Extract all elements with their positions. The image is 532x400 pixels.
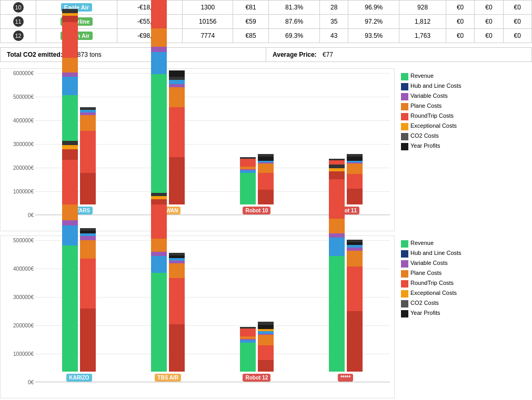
bar-segment bbox=[80, 259, 96, 309]
main-container: 10 Eagle Air -€18,308 1300 €81 81.3% 28 … bbox=[0, 0, 532, 398]
co2-label: Total CO2 emitted: bbox=[7, 51, 63, 58]
bar-segment bbox=[151, 0, 167, 28]
chart2-section: 500000€400000€300000€200000€100000€0€KAR… bbox=[0, 235, 532, 398]
legend-item: Revenue bbox=[401, 240, 526, 248]
bar-segment bbox=[151, 204, 167, 239]
bar-group: Robot 12 bbox=[240, 322, 274, 382]
y-axis-label: 0€ bbox=[28, 212, 34, 218]
legend-label: CO2 Costs bbox=[410, 132, 439, 139]
bar-segment bbox=[329, 238, 345, 256]
bar-segment bbox=[329, 256, 345, 372]
chart2-area: 500000€400000€300000€200000€100000€0€KAR… bbox=[0, 235, 395, 398]
bar-group: TAIWAN bbox=[151, 0, 185, 214]
legend-item: Revenue bbox=[401, 73, 526, 80]
bar-segment bbox=[62, 225, 78, 245]
bar-segment bbox=[329, 219, 345, 233]
avg-cell: Average Price: €77 bbox=[266, 48, 531, 61]
bar-segment bbox=[62, 204, 78, 220]
bar-segment bbox=[151, 199, 167, 204]
y-axis-label: 200000€ bbox=[13, 323, 34, 329]
legend-label: Exceptional Costs bbox=[410, 122, 457, 129]
legend-label: Hub and Line Costs bbox=[410, 83, 461, 89]
stacked-bar-costs bbox=[258, 154, 274, 204]
legend-color-box bbox=[401, 240, 408, 248]
legend-item: RoundTrip Costs bbox=[401, 280, 526, 288]
legend-item: Variable Costs bbox=[401, 260, 526, 268]
stacked-bar-revenue bbox=[62, 141, 78, 372]
row-number: 10 bbox=[1, 1, 36, 15]
stacked-bar-revenue bbox=[240, 157, 256, 204]
bar-segment bbox=[169, 87, 185, 107]
legend-item: RoundTrip Costs bbox=[401, 112, 526, 120]
legend-item: Year Profits bbox=[401, 142, 526, 150]
bars-row bbox=[329, 165, 363, 372]
bar-segment bbox=[80, 115, 96, 131]
legend-label: Revenue bbox=[410, 240, 434, 246]
bar-group: KARIZO bbox=[62, 141, 96, 382]
bar-segment bbox=[62, 145, 78, 149]
y-axis-label: 600000€ bbox=[13, 70, 34, 76]
legend-item: Year Profits bbox=[401, 310, 526, 317]
bar-segment bbox=[62, 141, 78, 145]
legend-color-box bbox=[401, 250, 408, 258]
legend-label: Variable Costs bbox=[410, 260, 448, 266]
bar-segment bbox=[240, 173, 256, 204]
bar-segment bbox=[151, 239, 167, 252]
bars-row bbox=[62, 141, 96, 372]
y-axis-label: 300000€ bbox=[13, 294, 34, 300]
stacked-bar-revenue bbox=[240, 327, 256, 372]
bar-segment bbox=[347, 311, 363, 372]
bar-segment bbox=[258, 173, 274, 190]
grid-line bbox=[35, 382, 390, 383]
y-axis-label: 100000€ bbox=[13, 351, 34, 357]
stacked-bar-costs bbox=[80, 228, 96, 372]
legend-label: Plane Costs bbox=[410, 102, 441, 109]
group-label: Robot 10 bbox=[243, 207, 270, 214]
legend-label: Plane Costs bbox=[410, 270, 441, 276]
legend-color-box bbox=[401, 73, 408, 80]
co2-cell: Total CO2 emitted: 10,873 tons bbox=[1, 48, 266, 61]
bar-group: Robot 10 bbox=[240, 154, 274, 214]
bar-segment bbox=[169, 263, 185, 278]
legend-label: CO2 Costs bbox=[410, 300, 439, 306]
chart2-legend: Revenue Hub and Line Costs Variable Cost… bbox=[395, 235, 532, 398]
group-label: ***** bbox=[338, 374, 353, 382]
legend-item: CO2 Costs bbox=[401, 300, 526, 307]
bar-segment bbox=[151, 273, 167, 372]
bar-segment bbox=[329, 171, 345, 179]
bar-segment bbox=[62, 58, 78, 73]
bar-segment bbox=[62, 16, 78, 22]
bars-row bbox=[240, 154, 274, 204]
legend-label: Exceptional Costs bbox=[410, 290, 457, 296]
bar-group: TBS AIR bbox=[151, 193, 185, 382]
bar-segment bbox=[80, 236, 96, 240]
legend-item: Exceptional Costs bbox=[401, 290, 526, 298]
legend-item: Plane Costs bbox=[401, 102, 526, 110]
legend-item: Hub and Line Costs bbox=[401, 250, 526, 258]
stacked-bar-costs bbox=[258, 322, 274, 372]
legend-label: Year Profits bbox=[410, 310, 440, 316]
legend-color-box bbox=[401, 300, 408, 307]
stacked-bar-costs bbox=[169, 253, 185, 372]
legend-label: Year Profits bbox=[410, 142, 440, 149]
bar-segment bbox=[62, 77, 78, 95]
y-axis-label: 400000€ bbox=[13, 118, 34, 124]
bar-segment bbox=[329, 233, 345, 238]
bar-segment bbox=[258, 163, 274, 173]
avg-value: €77 bbox=[323, 51, 333, 58]
legend-item: Variable Costs bbox=[401, 93, 526, 100]
y-axis-label: 200000€ bbox=[13, 165, 34, 171]
bar-segment bbox=[151, 74, 167, 204]
group-label: TBS AIR bbox=[155, 374, 181, 382]
bar-segment bbox=[258, 335, 274, 345]
stacked-bar-revenue bbox=[151, 193, 167, 372]
y-axis-label: 400000€ bbox=[13, 266, 34, 272]
bar-group: ***** bbox=[329, 165, 363, 382]
row-number: 11 bbox=[1, 15, 36, 29]
bar-segment bbox=[62, 9, 78, 13]
y-axis-label: 500000€ bbox=[13, 238, 34, 243]
bar-segment bbox=[169, 70, 185, 77]
y-axis-label: 300000€ bbox=[13, 141, 34, 147]
legend-color-box bbox=[401, 280, 408, 288]
stacked-bar-costs bbox=[169, 70, 185, 204]
